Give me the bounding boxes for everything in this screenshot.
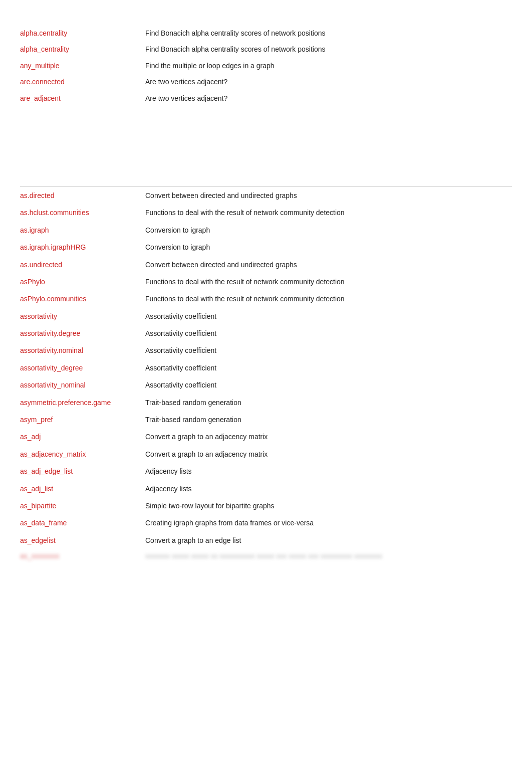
blurred-desc: xxxxxxx xxxxx xxxxx xx xxxxxxxxxx xxxxx … [145,552,382,560]
entry-desc-as-data-frame: Creating igraph graphs from data frames … [145,517,314,528]
list-item: as.undirectedConvert between directed an… [20,256,512,273]
entry-desc-assortativity-nominal-us: Assortativity coefficient [145,379,216,391]
list-item: any_multipleFind the multiple or loop ed… [20,58,512,74]
entry-desc-are-connected: Are two vertices adjacent? [145,76,227,87]
entry-desc-asPhylo-communities: Functions to deal with the result of net… [145,293,345,304]
entry-link-as-adj-edge-list[interactable]: as_adj_edge_list [20,466,145,477]
entry-desc-as-adj-list: Adjacency lists [145,483,192,494]
entry-link-alpha-centrality[interactable]: alpha.centrality [20,28,145,39]
list-item: asym_prefTrait-based random generation [20,411,512,428]
entry-link-asPhylo[interactable]: asPhylo [20,276,145,287]
entry-link-as-data-frame[interactable]: as_data_frame [20,517,145,528]
entry-desc-as-bipartite: Simple two-row layout for bipartite grap… [145,500,275,511]
entry-link-as-adj-list[interactable]: as_adj_list [20,483,145,494]
entry-link-assortativity-nominal[interactable]: assortativity.nominal [20,345,145,356]
entry-link-as-directed[interactable]: as.directed [20,190,145,201]
entry-link-assortativity-degree[interactable]: assortativity.degree [20,328,145,339]
list-item: are.connectedAre two vertices adjacent? [20,74,512,90]
entry-link-asymmetric-preference-game[interactable]: asymmetric.preference.game [20,397,145,408]
list-item: as.hclust.communitiesFunctions to deal w… [20,204,512,221]
list-item: as_bipartiteSimple two-row layout for bi… [20,497,512,514]
list-item: asPhylo.communitiesFunctions to deal wit… [20,290,512,307]
entry-link-are-adjacent[interactable]: are_adjacent [20,93,145,104]
entry-desc-as-adj-edge-list: Adjacency lists [145,466,192,477]
list-item: as_adjacency_matrixConvert a graph to an… [20,446,512,463]
section-spacer [20,106,512,186]
list-item: as_adj_edge_listAdjacency lists [20,463,512,480]
list-item: assortativity_degreeAssortativity coeffi… [20,359,512,376]
list-item: as_edgelistConvert a graph to an edge li… [20,532,512,549]
list-item: as_adjConvert a graph to an adjacency ma… [20,428,512,445]
entry-desc-as-hclust-communities: Functions to deal with the result of net… [145,207,345,218]
entry-desc-assortativity: Assortativity coefficient [145,311,216,322]
entry-desc-as-undirected: Convert between directed and undirected … [145,259,297,270]
list-item: as_data_frameCreating igraph graphs from… [20,514,512,531]
entry-desc-as-directed: Convert between directed and undirected … [145,190,297,201]
entry-desc-asymmetric-preference-game: Trait-based random generation [145,397,241,408]
entry-link-as-adj[interactable]: as_adj [20,431,145,442]
list-item: assortativity_nominalAssortativity coeff… [20,376,512,394]
entry-link-as-igraph[interactable]: as.igraph [20,225,145,236]
entry-link-as-edgelist[interactable]: as_edgelist [20,535,145,546]
page-content: alpha.centralityFind Bonacich alpha cent… [0,15,532,583]
entry-link-any-multiple[interactable]: any_multiple [20,60,145,71]
top-section: alpha.centralityFind Bonacich alpha cent… [20,25,512,106]
entry-desc-alpha-centrality: Find Bonacich alpha centrality scores of… [145,28,326,39]
entry-link-as-undirected[interactable]: as.undirected [20,259,145,270]
entry-desc-asPhylo: Functions to deal with the result of net… [145,276,345,287]
list-item: alpha_centralityFind Bonacich alpha cent… [20,41,512,57]
bottom-section: as.directedConvert between directed and … [20,186,512,563]
entry-link-as-igraph-igraphHRG[interactable]: as.igraph.igraphHRG [20,242,145,253]
entry-desc-as-igraph-igraphHRG: Conversion to igraph [145,242,210,253]
entry-link-alpha-centrality-us[interactable]: alpha_centrality [20,44,145,55]
entry-link-assortativity-nominal-us[interactable]: assortativity_nominal [20,379,145,391]
entry-link-as-bipartite[interactable]: as_bipartite [20,500,145,511]
entry-desc-as-edgelist: Convert a graph to an edge list [145,535,241,546]
entry-desc-assortativity-degree-us: Assortativity coefficient [145,362,216,373]
entry-desc-alpha-centrality-us: Find Bonacich alpha centrality scores of… [145,44,326,55]
entry-desc-assortativity-degree: Assortativity coefficient [145,328,216,339]
list-item: assortativity.degreeAssortativity coeffi… [20,325,512,342]
entry-link-as-hclust-communities[interactable]: as.hclust.communities [20,207,145,218]
blurred-link: as_xxxxxxxx [20,552,145,560]
entry-desc-any-multiple: Find the multiple or loop edges in a gra… [145,60,275,71]
page-wrapper: alpha.centralityFind Bonacich alpha cent… [0,0,532,583]
entry-desc-assortativity-nominal: Assortativity coefficient [145,345,216,356]
list-item: asPhyloFunctions to deal with the result… [20,273,512,290]
list-item: alpha.centralityFind Bonacich alpha cent… [20,25,512,41]
entry-link-assortativity[interactable]: assortativity [20,311,145,322]
entry-link-asym-pref[interactable]: asym_pref [20,414,145,425]
entry-desc-as-adjacency-matrix: Convert a graph to an adjacency matrix [145,449,268,460]
entry-desc-are-adjacent: Are two vertices adjacent? [145,93,227,104]
list-item: as.igraph.igraphHRGConversion to igraph [20,239,512,256]
entry-desc-as-igraph: Conversion to igraph [145,225,210,236]
entry-link-assortativity-degree-us[interactable]: assortativity_degree [20,362,145,373]
list-item: are_adjacentAre two vertices adjacent? [20,90,512,106]
blurred-entry: as_xxxxxxxxxxxxxxx xxxxx xxxxx xx xxxxxx… [20,549,512,563]
entry-link-are-connected[interactable]: are.connected [20,76,145,87]
page-header [0,0,532,15]
list-item: as.directedConvert between directed and … [20,187,512,204]
list-item: assortativityAssortativity coefficient [20,308,512,325]
list-item: as.igraphConversion to igraph [20,222,512,239]
list-item: asymmetric.preference.gameTrait-based ra… [20,394,512,411]
list-item: assortativity.nominalAssortativity coeff… [20,342,512,359]
entry-link-asPhylo-communities[interactable]: asPhylo.communities [20,293,145,304]
entry-desc-as-adj: Convert a graph to an adjacency matrix [145,431,268,442]
entry-link-as-adjacency-matrix[interactable]: as_adjacency_matrix [20,449,145,460]
entry-desc-asym-pref: Trait-based random generation [145,414,241,425]
list-item: as_adj_listAdjacency lists [20,480,512,497]
